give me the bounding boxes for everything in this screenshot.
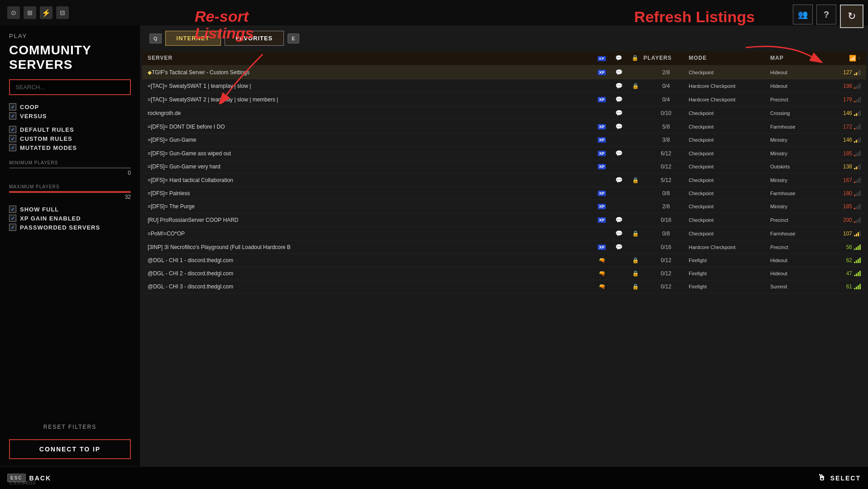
min-players-value: 0 xyxy=(9,170,131,176)
table-row[interactable]: @DGL - CHI 3 - discord.thedgl.com 🔫 🔒 0/… xyxy=(142,280,866,293)
ping-value: 200 xyxy=(843,217,852,223)
reset-filters-button[interactable]: RESET FILTERS xyxy=(9,421,131,433)
table-row[interactable]: =[TAC]= SweatySWAT 2 | teamplay | slow |… xyxy=(142,93,866,106)
ping-bar xyxy=(856,86,857,89)
ping-bar xyxy=(856,206,857,209)
top-bar: ⊙ ⊞ ⚡ ⊟ xyxy=(0,0,868,25)
table-row[interactable]: [3INP] 3I Necrofilico's Playground (Full… xyxy=(142,240,866,254)
col-map[interactable]: MAP xyxy=(770,55,829,62)
server-name: ◆TGIF's Tactical Server - Custom Setting… xyxy=(148,69,593,76)
steam-icon-2[interactable]: ⊞ xyxy=(24,6,36,19)
col-server[interactable]: SERVER xyxy=(148,55,593,62)
max-players-track[interactable] xyxy=(9,191,131,193)
chat-icon: 💬 xyxy=(615,96,623,103)
ping-bars xyxy=(854,70,861,75)
tab-favorites[interactable]: FAVORITES xyxy=(225,31,284,46)
xp-cell: XP xyxy=(593,151,611,156)
connect-to-ip-button[interactable]: CONNECT TO IP xyxy=(9,439,131,459)
filter-coop[interactable]: COOP xyxy=(9,103,131,110)
players-cell: 0/16 xyxy=(643,244,689,250)
xp-cell: XP xyxy=(593,191,611,196)
show-full-checkbox[interactable] xyxy=(9,206,16,213)
map-cell: Farmhouse xyxy=(770,231,829,236)
filter-show-full[interactable]: SHOW FULL xyxy=(9,206,131,213)
table-row[interactable]: @DGL - CHI 1 - discord.thedgl.com 🔫 🔒 0/… xyxy=(142,254,866,267)
table-row[interactable]: =[DFS]= Hard tactical Collaboration 💬 🔒 … xyxy=(142,173,866,187)
players-cell: 0/12 xyxy=(643,257,689,264)
table-row[interactable]: =[DFS]= Gun-Game XP 3/8 Checkpoint Minis… xyxy=(142,134,866,147)
logo-icon: ⚡ xyxy=(40,6,53,19)
filter-xp-gain[interactable]: XP GAIN ENABLED xyxy=(9,215,131,222)
table-row[interactable]: =[DFS]= Gun-Game very hard XP 0/12 Check… xyxy=(142,160,866,173)
xp-icon: XP xyxy=(598,137,606,143)
ping-bar xyxy=(858,232,859,236)
table-row[interactable]: =[DFS]= Gun-Game ass wiped out XP 💬 6/12… xyxy=(142,147,866,160)
steam-icon-1[interactable]: ⊙ xyxy=(7,6,20,19)
players-cell: 0/12 xyxy=(643,283,689,290)
players-cell: 0/4 xyxy=(643,96,689,103)
custom-rules-checkbox[interactable] xyxy=(9,135,16,142)
filter-custom-rules[interactable]: CUSTOM RULES xyxy=(9,135,131,142)
col-players[interactable]: PLAYERS xyxy=(643,55,689,62)
server-name: rockngroth.de xyxy=(148,110,593,116)
mode-cell: Checkpoint xyxy=(689,177,770,183)
players-cell: 5/12 xyxy=(643,177,689,183)
q-key-button[interactable]: Q xyxy=(149,34,162,43)
ping-bar xyxy=(854,288,855,289)
server-name: =[DFS]= Gun-Game very hard xyxy=(148,163,593,170)
help-icon-btn[interactable]: ? xyxy=(816,5,836,24)
table-row[interactable]: =PoM!=CO*OP 💬 🔒 0/8 Checkpoint Farmhouse… xyxy=(142,227,866,240)
ping-value: 62 xyxy=(846,257,852,264)
filter-mutated-modes[interactable]: MUTATED MODES xyxy=(9,144,131,151)
ping-bar xyxy=(856,220,857,223)
refresh-button[interactable]: ↻ xyxy=(840,5,863,28)
players-cell: 0/4 xyxy=(643,83,689,89)
xp-cell: 🔫 xyxy=(593,283,611,290)
table-row[interactable]: =[DFS]= The Purge XP 2/8 Checkpoint Mini… xyxy=(142,200,866,213)
xp-icon: XP xyxy=(598,164,606,169)
server-name: =[TAC]= SweatySWAT 1 | teamplay | slow | xyxy=(148,83,593,89)
tab-internet[interactable]: INTERNET xyxy=(165,31,221,46)
extra-filters: SHOW FULL XP GAIN ENABLED PASSWORDED SER… xyxy=(9,206,131,231)
ping-value: 172 xyxy=(843,124,852,130)
col-mode[interactable]: MODE xyxy=(689,55,770,62)
chat-icon: 💬 xyxy=(615,82,623,89)
table-row[interactable]: ◆TGIF's Tactical Server - Custom Setting… xyxy=(142,66,866,79)
play-label: PLAY xyxy=(9,33,131,39)
ping-value: 107 xyxy=(843,230,852,237)
table-row[interactable]: @DGL - CHI 2 - discord.thedgl.com 🔫 🔒 0/… xyxy=(142,267,866,280)
col-ping[interactable]: 📶 ↑ xyxy=(829,55,861,62)
table-row[interactable]: [RU] ProRussianServer COOP HARD XP 💬 0/1… xyxy=(142,213,866,227)
filter-default-rules[interactable]: DEFAULT RULES xyxy=(9,126,131,133)
ping-bar xyxy=(858,98,859,102)
table-row[interactable]: =[TAC]= SweatySWAT 1 | teamplay | slow |… xyxy=(142,79,866,93)
table-row[interactable]: rockngroth.de 💬 0/10 Checkpoint Crossing… xyxy=(142,106,866,120)
select-button[interactable]: 🖱 SELECT xyxy=(818,473,861,483)
versus-checkbox[interactable] xyxy=(9,112,16,120)
players-cell: 2/8 xyxy=(643,203,689,210)
search-input[interactable] xyxy=(9,79,131,95)
server-name: [3INP] 3I Necrofilico's Playground (Full… xyxy=(148,244,593,250)
min-players-track[interactable] xyxy=(9,167,131,169)
e-key-button[interactable]: E xyxy=(288,34,299,43)
steam-icon-3[interactable]: ⊟ xyxy=(56,6,69,19)
chat-cell: 💬 xyxy=(611,230,627,237)
xp-icon: XP xyxy=(598,244,606,250)
filter-passworded[interactable]: PASSWORDED SERVERS xyxy=(9,224,131,231)
mutated-modes-checkbox[interactable] xyxy=(9,144,16,151)
table-row[interactable]: =[DFS]= DONT DIE before I DO XP 💬 5/8 Ch… xyxy=(142,120,866,134)
server-name: =[DFS]= DONT DIE before I DO xyxy=(148,124,593,130)
ping-bar xyxy=(854,208,855,209)
table-row[interactable]: =[DFS]= Painless XP 0/8 Checkpoint Farmh… xyxy=(142,187,866,200)
passworded-checkbox[interactable] xyxy=(9,224,16,231)
server-name: =[DFS]= Gun-Game ass wiped out xyxy=(148,150,593,157)
lock-icon: 🔒 xyxy=(632,270,639,277)
coop-checkbox[interactable] xyxy=(9,103,16,110)
chat-icon: 💬 xyxy=(615,69,623,76)
friends-icon-btn[interactable]: 👥 xyxy=(793,5,813,24)
filter-versus[interactable]: VERSUS xyxy=(9,112,131,120)
default-rules-checkbox[interactable] xyxy=(9,126,16,133)
chat-cell: 💬 xyxy=(611,82,627,89)
xp-gain-checkbox[interactable] xyxy=(9,215,16,222)
lock-cell: 🔒 xyxy=(627,283,643,290)
